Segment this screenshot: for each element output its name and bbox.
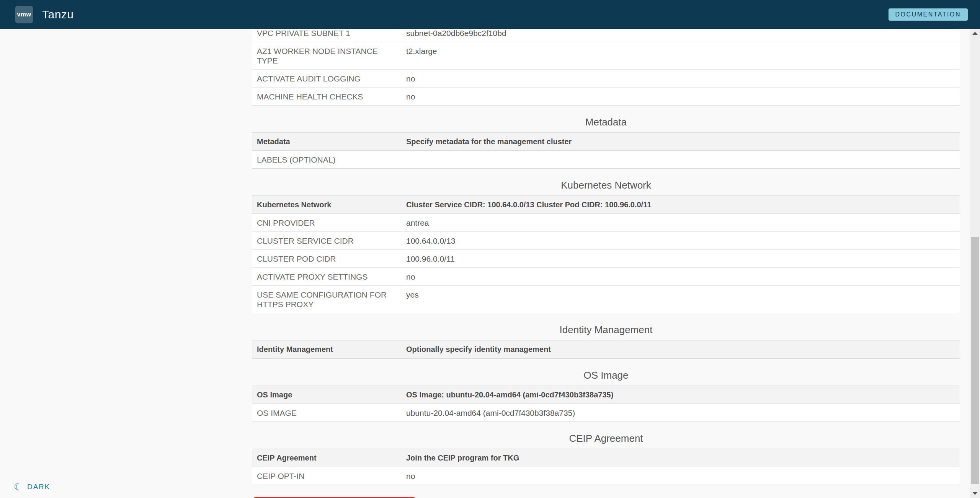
table-row: CNI PROVIDERantrea: [252, 214, 960, 232]
table-header-label: CEIP Agreement: [252, 449, 402, 467]
row-value: no: [402, 268, 960, 285]
row-label: OS IMAGE: [252, 404, 402, 422]
section-title: CEIP Agreement: [252, 433, 960, 444]
row-label: MACHINE HEALTH CHECKS: [252, 88, 402, 105]
documentation-button[interactable]: DOCUMENTATION: [889, 8, 968, 21]
scroll-up-icon[interactable]: [972, 32, 978, 35]
dark-mode-label: DARK: [27, 483, 50, 491]
app-header: vmw Tanzu DOCUMENTATION: [0, 0, 980, 29]
row-label: CLUSTER SERVICE CIDR: [252, 232, 402, 249]
table-row: CLUSTER POD CIDR100.96.0.0/11: [252, 250, 960, 268]
review-sections: MetadataMetadataSpecify metadata for the…: [252, 116, 960, 485]
table-header-description: Cluster Service CIDR: 100.64.0.0/13 Clus…: [402, 196, 960, 213]
review-section: Kubernetes NetworkKubernetes NetworkClus…: [252, 179, 960, 313]
review-section: Identity ManagementIdentity ManagementOp…: [252, 324, 960, 359]
table-row: ACTIVATE PROXY SETTINGSno: [252, 268, 960, 286]
dark-mode-toggle[interactable]: ☾ DARK: [14, 482, 50, 492]
vmware-logo-text: vmw: [17, 11, 31, 18]
table-row: AZ1 WORKER NODE INSTANCE TYPEt2.xlarge: [252, 42, 960, 70]
review-section: CEIP AgreementCEIP AgreementJoin the CEI…: [252, 433, 960, 485]
app-title: Tanzu: [42, 8, 74, 21]
table-header-description: OS Image: ubuntu-20.04-amd64 (ami-0cd7f4…: [402, 386, 960, 404]
row-value: [402, 151, 960, 159]
row-label: CEIP OPT-IN: [252, 467, 402, 485]
table-header-row: CEIP AgreementJoin the CEIP program for …: [252, 449, 960, 467]
table-row: CLUSTER SERVICE CIDR100.64.0.0/13: [252, 232, 960, 250]
section-title: Identity Management: [252, 324, 960, 335]
table-header-label: Identity Management: [252, 340, 402, 358]
table-header-row: OS ImageOS Image: ubuntu-20.04-amd64 (am…: [252, 386, 960, 404]
table-header-row: Kubernetes NetworkCluster Service CIDR: …: [252, 196, 960, 214]
moon-icon: ☾: [14, 482, 23, 492]
row-label: USE SAME CONFIGURATION FOR HTTPS PROXY: [252, 286, 402, 313]
review-section: OS ImageOS ImageOS Image: ubuntu-20.04-a…: [252, 369, 960, 422]
row-value: ubuntu-20.04-amd64 (ami-0cd7f430b3f38a73…: [402, 404, 960, 422]
table-row: LABELS (OPTIONAL): [252, 151, 960, 168]
vmware-logo: vmw: [15, 6, 33, 23]
table-header-row: MetadataSpecify metadata for the managem…: [252, 133, 960, 151]
row-value: 100.64.0.0/13: [402, 232, 960, 249]
table-row: USE SAME CONFIGURATION FOR HTTPS PROXYye…: [252, 286, 960, 313]
scrollbar-thumb[interactable]: [971, 237, 979, 484]
table-row: ACTIVATE AUDIT LOGGINGno: [252, 70, 960, 88]
table-row: CEIP OPT-INno: [252, 467, 960, 485]
review-section: MetadataMetadataSpecify metadata for the…: [252, 116, 960, 169]
table-header-description: Specify metadata for the management clus…: [402, 133, 960, 150]
vertical-scrollbar[interactable]: [970, 29, 980, 498]
section-table: Identity ManagementOptionally specify id…: [252, 340, 960, 359]
section-title: Kubernetes Network: [252, 179, 960, 191]
row-label: ACTIVATE AUDIT LOGGING: [252, 70, 402, 87]
row-value: no: [402, 467, 960, 485]
review-configuration-panel: VPC PRIVATE SUBNET 1subnet-0a20db6e9bc2f…: [252, 29, 960, 498]
row-value: t2.xlarge: [402, 42, 960, 60]
table-header-row: Identity ManagementOptionally specify id…: [252, 340, 960, 358]
section-table: OS ImageOS Image: ubuntu-20.04-amd64 (am…: [252, 386, 960, 422]
row-value: yes: [402, 286, 960, 303]
row-value: no: [402, 70, 960, 87]
row-label: CNI PROVIDER: [252, 214, 402, 231]
section-title: OS Image: [252, 369, 960, 381]
row-value: antrea: [402, 214, 960, 231]
table-row: MACHINE HEALTH CHECKSno: [252, 88, 960, 105]
table-row: OS IMAGEubuntu-20.04-amd64 (ami-0cd7f430…: [252, 404, 960, 422]
table-header-description: Optionally specify identity management: [402, 340, 960, 358]
section-table: CEIP AgreementJoin the CEIP program for …: [252, 449, 960, 485]
table-header-label: OS Image: [252, 386, 402, 404]
row-label: AZ1 WORKER NODE INSTANCE TYPE: [252, 42, 402, 69]
row-value: 100.96.0.0/11: [402, 250, 960, 267]
table-header-description: Join the CEIP program for TKG: [402, 449, 960, 467]
row-value: no: [402, 88, 960, 105]
table-header-label: Metadata: [252, 133, 402, 150]
row-label: LABELS (OPTIONAL): [252, 151, 402, 168]
row-label: ACTIVATE PROXY SETTINGS: [252, 268, 402, 285]
row-label: CLUSTER POD CIDR: [252, 250, 402, 267]
table-header-label: Kubernetes Network: [252, 196, 402, 213]
scroll-down-icon[interactable]: [972, 492, 978, 495]
section-title: Metadata: [252, 116, 960, 128]
aws-settings-table: VPC PRIVATE SUBNET 1subnet-0a20db6e9bc2f…: [252, 24, 960, 106]
section-table: MetadataSpecify metadata for the managem…: [252, 132, 960, 169]
section-table: Kubernetes NetworkCluster Service CIDR: …: [252, 195, 960, 313]
